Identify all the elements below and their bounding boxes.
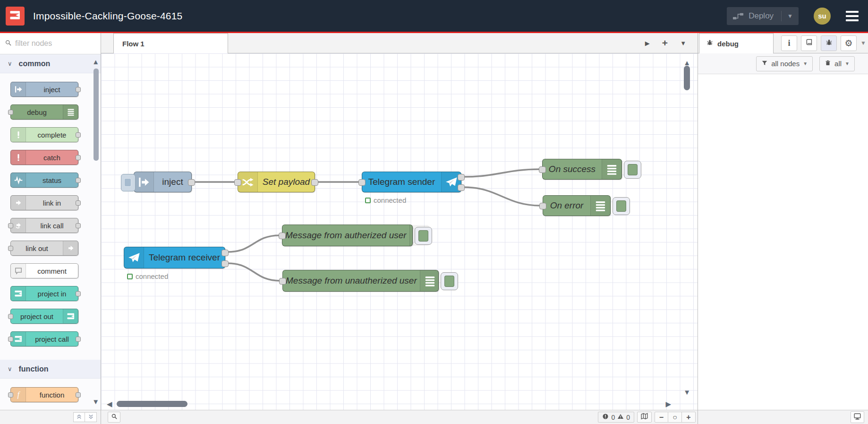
canvas-vscrollbar-thumb[interactable] [684, 66, 690, 90]
palette-search[interactable] [0, 33, 101, 54]
app-logo[interactable] [6, 7, 25, 26]
search-icon [5, 39, 12, 48]
canvas-hscrollbar-thumb[interactable] [117, 401, 187, 407]
flow-node-telegram-sender[interactable]: Telegram senderconnected [362, 172, 461, 192]
add-flow-button[interactable]: + [662, 37, 668, 49]
palette-node-inject[interactable]: inject [10, 82, 78, 97]
port-in[interactable] [539, 203, 546, 209]
palette-node-debug[interactable]: debug [10, 104, 78, 120]
inject-button[interactable] [121, 174, 136, 191]
palette-node-complete[interactable]: complete [10, 127, 78, 142]
flow-node-inject[interactable]: inject [134, 172, 192, 192]
palette-collapse-all-button[interactable] [73, 412, 85, 422]
port-in[interactable] [279, 278, 286, 285]
port-out[interactable] [76, 392, 81, 398]
deploy-dropdown-caret-icon[interactable]: ▼ [787, 13, 793, 19]
palette-category-header-common[interactable]: ∨common [0, 54, 101, 73]
flow-node-telegram-receiver[interactable]: Telegram receiverconnected [124, 247, 225, 268]
port-out[interactable] [221, 260, 229, 267]
debug-enable-toggle[interactable] [624, 161, 641, 179]
zoom-out-button[interactable]: − [655, 412, 668, 423]
zoom-reset-button[interactable]: ○ [668, 412, 682, 423]
port-in[interactable] [8, 110, 13, 115]
palette-node-project-out[interactable]: project out [10, 309, 78, 324]
palette-expand-all-button[interactable] [85, 412, 97, 422]
port-out[interactable] [76, 178, 81, 183]
debug-enable-toggle[interactable] [441, 272, 458, 290]
palette-scrollbar-thumb[interactable] [94, 69, 99, 161]
flow-list-button[interactable]: ▼ [680, 40, 686, 47]
port-out[interactable] [188, 179, 195, 186]
palette-search-input[interactable] [15, 39, 86, 48]
palette-node-status[interactable]: status [10, 173, 78, 188]
port-out[interactable] [311, 179, 318, 186]
flow-node-on-success[interactable]: On success [542, 159, 622, 180]
port-out[interactable] [76, 132, 81, 138]
port-in[interactable] [279, 233, 286, 239]
flow-node-msg-unauthorized[interactable]: Message from unautherized user [282, 270, 439, 292]
canvas-scroll-down-icon[interactable]: ▼ [683, 389, 690, 396]
port-in[interactable] [8, 223, 13, 228]
palette-node-link-call[interactable]: link call [10, 218, 78, 233]
canvas-search-button[interactable] [108, 412, 120, 423]
notification-counts[interactable]: 0 0 [598, 412, 634, 423]
tab-debug[interactable]: debug [699, 33, 774, 53]
debug-toolbar: all nodes ▼ all ▼ [698, 53, 868, 74]
flow-canvas[interactable]: ▲ ▼ ◀ ▶ injectSet payloadTelegram sender… [101, 53, 698, 410]
flow-node-set-payload[interactable]: Set payload [238, 172, 315, 192]
port-out[interactable] [458, 174, 465, 181]
wire[interactable] [228, 263, 280, 281]
flow-node-msg-authorized[interactable]: Message from autherized user [282, 225, 413, 246]
palette-node-link-out[interactable]: link out [10, 241, 78, 256]
info-button[interactable]: i [781, 35, 797, 51]
port-out[interactable] [76, 337, 81, 342]
palette-scroll-down-icon[interactable]: ▼ [92, 398, 99, 405]
port-in[interactable] [8, 337, 13, 342]
flow-tab[interactable]: Flow 1 [113, 33, 228, 53]
wire[interactable] [464, 187, 540, 206]
debug-button[interactable] [821, 35, 837, 51]
canvas-scroll-left-icon[interactable]: ◀ [107, 400, 112, 407]
debug-enable-toggle[interactable] [613, 197, 630, 215]
port-out[interactable] [76, 200, 81, 206]
port-in[interactable] [358, 179, 366, 186]
port-in[interactable] [8, 392, 13, 398]
port-in[interactable] [234, 179, 241, 186]
port-in[interactable] [539, 166, 546, 173]
debug-enable-toggle[interactable] [415, 227, 432, 245]
tab-scroll-right-icon[interactable]: ▶ [645, 40, 650, 47]
port-out[interactable] [221, 250, 229, 256]
sidebar-options-caret-icon[interactable]: ▼ [860, 40, 866, 46]
palette-scroll-up-icon[interactable]: ▲ [92, 58, 99, 65]
palette-node-project-in[interactable]: project in [10, 286, 78, 301]
debug-clear-button[interactable]: all ▼ [819, 56, 855, 71]
port-out[interactable] [76, 223, 81, 228]
port-out[interactable] [458, 184, 465, 191]
canvas-scroll-up-icon[interactable]: ▲ [683, 59, 690, 66]
palette-category-header-function[interactable]: ∨function [0, 360, 101, 379]
wire[interactable] [464, 169, 540, 177]
wire[interactable] [228, 235, 280, 252]
canvas-scroll-right-icon[interactable]: ▶ [665, 400, 671, 407]
user-avatar[interactable]: su [814, 8, 831, 25]
port-out[interactable] [76, 87, 81, 92]
flow-node-on-error[interactable]: On error [543, 195, 611, 216]
port-in[interactable] [8, 314, 13, 319]
flowfuse-logo-icon [9, 9, 22, 24]
zoom-in-button[interactable]: + [682, 412, 696, 423]
help-button[interactable] [801, 35, 817, 51]
port-in[interactable] [8, 246, 13, 251]
palette-node-comment[interactable]: comment [10, 263, 78, 278]
main-menu-button[interactable] [846, 11, 859, 21]
palette-node-catch[interactable]: catch [10, 150, 78, 165]
palette-node-link-in[interactable]: link in [10, 195, 78, 210]
deploy-button[interactable]: Deploy ▼ [727, 7, 799, 25]
port-out[interactable] [76, 291, 81, 296]
palette-node-project-call[interactable]: project call [10, 331, 78, 346]
port-out[interactable] [76, 155, 81, 160]
debug-filter-button[interactable]: all nodes ▼ [756, 56, 813, 71]
palette-node-function[interactable]: ffunction [10, 387, 78, 402]
navigator-button[interactable] [637, 412, 652, 423]
config-button[interactable]: ⚙ [841, 35, 857, 51]
open-in-window-button[interactable] [851, 411, 864, 423]
